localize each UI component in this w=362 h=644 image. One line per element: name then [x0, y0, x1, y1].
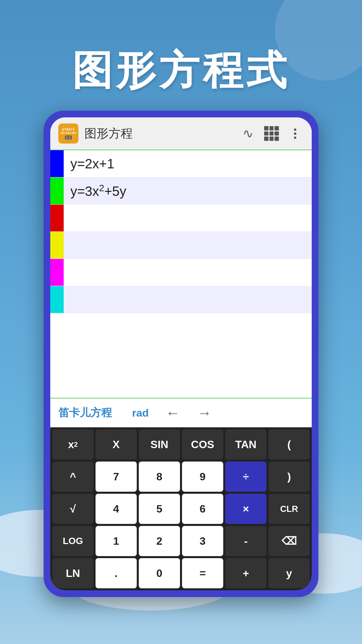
key-row-3: √ 4 5 6 × CLR — [52, 494, 310, 524]
more-button[interactable] — [286, 125, 304, 142]
eq-row-2[interactable]: y=3x2+5y — [50, 177, 312, 205]
arrow-right-button[interactable]: → — [197, 405, 212, 421]
key-7[interactable]: 7 — [96, 462, 137, 492]
key-y[interactable]: y — [268, 558, 310, 588]
key-divide[interactable]: ÷ — [225, 462, 266, 492]
page-title: 图形方程式 — [0, 44, 362, 98]
eq-text-6[interactable] — [64, 294, 77, 305]
key-minus[interactable]: - — [225, 526, 266, 556]
app-header: y=2x+1 sin cos tan [::] 图形方程 ∿ — [50, 117, 312, 150]
arrow-left-button[interactable]: ← — [166, 405, 180, 421]
key-4[interactable]: 4 — [96, 494, 137, 524]
key-plus[interactable]: + — [225, 558, 266, 588]
key-tan[interactable]: TAN — [225, 429, 266, 460]
key-ln[interactable]: LN — [52, 558, 94, 588]
eq-color-bar-1 — [50, 150, 64, 177]
key-clr[interactable]: CLR — [268, 494, 310, 524]
wave-icon: ∿ — [243, 126, 253, 141]
equation-list: y=2x+1 y=3x2+5y — [50, 150, 312, 398]
key-x2[interactable]: x2 — [52, 429, 94, 460]
key-x[interactable]: X — [96, 429, 137, 460]
eq-color-bar-3 — [50, 205, 64, 231]
key-backspace[interactable]: ⌫ — [268, 526, 310, 556]
key-1[interactable]: 1 — [96, 526, 137, 556]
eq-text-1[interactable]: y=2x+1 — [64, 151, 121, 177]
key-row-5: LN . 0 = + y — [52, 558, 310, 588]
key-6[interactable]: 6 — [182, 494, 223, 524]
key-2[interactable]: 2 — [139, 526, 180, 556]
eq-row-1[interactable]: y=2x+1 — [50, 150, 312, 177]
keyboard: x2 X SIN COS TAN ( ^ 7 8 9 ÷ ) — [50, 427, 312, 590]
phone-wrapper: y=2x+1 sin cos tan [::] 图形方程 ∿ — [44, 111, 318, 597]
cartesian-label[interactable]: 笛卡儿方程 — [58, 406, 112, 420]
key-9[interactable]: 9 — [182, 462, 223, 492]
key-multiply[interactable]: × — [225, 494, 266, 524]
eq-color-bar-6 — [50, 286, 64, 313]
eq-text-3[interactable] — [64, 213, 77, 223]
key-sqrt[interactable]: √ — [52, 494, 94, 524]
key-row-1: x2 X SIN COS TAN ( — [52, 429, 310, 460]
wave-button[interactable]: ∿ — [239, 125, 257, 142]
key-row-4: LOG 1 2 3 - ⌫ — [52, 526, 310, 556]
app-icon-mid: sin cos tan — [60, 131, 76, 135]
app-title: 图形方程 — [84, 125, 233, 142]
key-cos[interactable]: COS — [182, 429, 223, 460]
dots-icon — [294, 128, 296, 139]
app-icon: y=2x+1 sin cos tan [::] — [58, 123, 78, 144]
key-close-paren[interactable]: ) — [268, 462, 310, 492]
key-sin[interactable]: SIN — [139, 429, 180, 460]
key-open-paren[interactable]: ( — [268, 429, 310, 460]
eq-row-4[interactable] — [50, 232, 312, 259]
grid-button[interactable] — [263, 125, 280, 142]
eq-color-bar-2 — [50, 177, 64, 204]
phone-frame: y=2x+1 sin cos tan [::] 图形方程 ∿ — [44, 111, 318, 597]
key-caret[interactable]: ^ — [52, 462, 94, 492]
rad-label[interactable]: rad — [132, 407, 149, 419]
phone-screen: y=2x+1 sin cos tan [::] 图形方程 ∿ — [50, 117, 312, 590]
key-5[interactable]: 5 — [139, 494, 180, 524]
eq-row-3[interactable] — [50, 205, 312, 232]
key-dot[interactable]: . — [96, 558, 137, 588]
eq-text-5[interactable] — [64, 267, 77, 278]
eq-text-2[interactable]: y=3x2+5y — [64, 177, 133, 204]
eq-color-bar-5 — [50, 259, 64, 286]
app-icon-bottom: [::] — [65, 136, 72, 140]
app-icon-top: y=2x+1 — [62, 127, 74, 131]
grid-icon — [264, 126, 279, 141]
key-equals[interactable]: = — [182, 558, 223, 588]
bottom-bar: 笛卡儿方程 rad ← → — [50, 398, 312, 427]
eq-text-4[interactable] — [64, 240, 77, 251]
key-0[interactable]: 0 — [139, 558, 180, 588]
eq-color-bar-4 — [50, 232, 64, 259]
key-row-2: ^ 7 8 9 ÷ ) — [52, 462, 310, 492]
key-8[interactable]: 8 — [139, 462, 180, 492]
eq-row-6[interactable] — [50, 286, 312, 313]
key-log[interactable]: LOG — [52, 526, 94, 556]
key-3[interactable]: 3 — [182, 526, 223, 556]
eq-row-5[interactable] — [50, 259, 312, 286]
